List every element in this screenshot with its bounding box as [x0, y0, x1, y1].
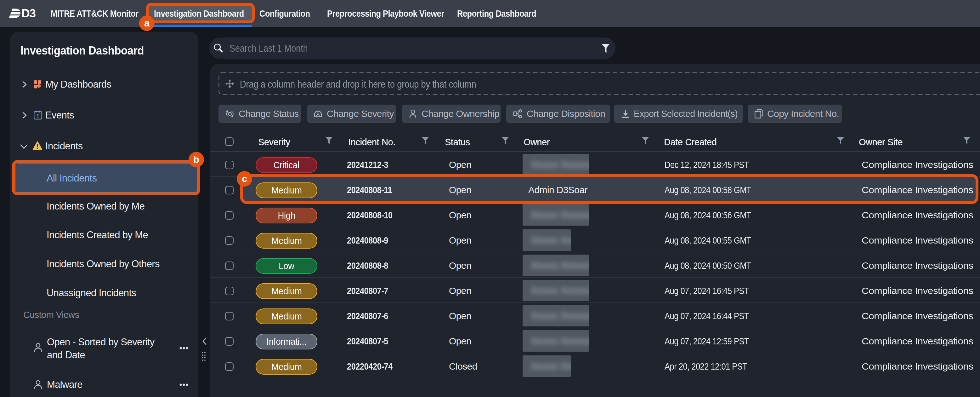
svg-text:D3: D3 [21, 7, 36, 20]
